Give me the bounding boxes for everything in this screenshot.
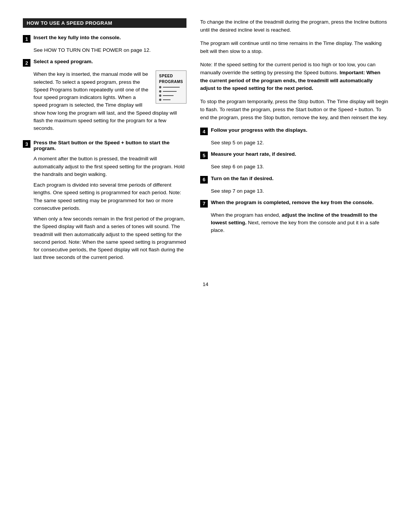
- fig-row-3: [159, 94, 174, 97]
- step-5-header: 5 Measure your heart rate, if desired.: [200, 151, 388, 159]
- step-6-body: See step 7 on page 13.: [211, 187, 388, 195]
- step-4-body: See step 5 on page 12.: [211, 139, 388, 147]
- step-2-title: Select a speed program.: [33, 59, 93, 64]
- step-7-title: When the program is completed, remove th…: [211, 200, 374, 205]
- step-5-title: Measure your heart rate, if desired.: [211, 151, 296, 157]
- step-1-body: See HOW TO TURN ON THE POWER on page 12.: [33, 46, 186, 54]
- step-6-number: 6: [200, 176, 208, 184]
- fig-dot-4: [159, 99, 161, 101]
- step-3-number: 3: [23, 140, 30, 148]
- step-7-body: When the program has ended, adjust the i…: [211, 211, 388, 235]
- step-1-title: Insert the key fully into the console.: [33, 35, 121, 40]
- step-4-title: Follow your progress with the displays.: [211, 127, 307, 133]
- step-7-bold: adjust the incline of the treadmill to t…: [211, 212, 377, 225]
- right-intro-2: The program will continue until no time …: [200, 40, 388, 56]
- fig-label: SPEEDPROGRAMS: [159, 73, 183, 85]
- fig-line-1: [163, 87, 180, 88]
- fig-lines: [159, 86, 183, 101]
- step-5-number: 5: [200, 152, 208, 159]
- left-column: HOW TO USE A SPEED PROGRAM 1 Insert the …: [23, 18, 186, 266]
- step-4-number: 4: [200, 128, 208, 135]
- fig-dot-3: [159, 94, 161, 97]
- step-3-body-2: Each program is divided into several tim…: [33, 181, 186, 212]
- stop-para: To stop the program temporarily, press t…: [200, 98, 388, 122]
- fig-row-1: [159, 86, 180, 88]
- right-intro-1: To change the incline of the treadmill d…: [200, 18, 388, 34]
- step-6-title: Turn on the fan if desired.: [211, 176, 274, 181]
- step-5-content: See step 6 on page 13.: [211, 163, 388, 171]
- step-6-header: 6 Turn on the fan if desired.: [200, 176, 388, 184]
- step-6-content: See step 7 on page 13.: [211, 187, 388, 195]
- fig-line-3: [163, 95, 174, 96]
- step-3-header: 3 Press the Start button or the Speed + …: [23, 140, 186, 151]
- important-text: When the current period of the program e…: [200, 70, 380, 91]
- right-column: To change the incline of the treadmill d…: [200, 18, 388, 266]
- page-number: 14: [23, 281, 388, 287]
- section-header: HOW TO USE A SPEED PROGRAM: [23, 18, 186, 28]
- important-label: Important: When the current period of th…: [200, 70, 380, 91]
- step-3-body-3: When only a few seconds remain in the fi…: [33, 215, 186, 262]
- step-7-number: 7: [200, 200, 208, 208]
- step-1-header: 1 Insert the key fully into the console.: [23, 35, 186, 43]
- fig-line-2: [163, 91, 177, 92]
- page: HOW TO USE A SPEED PROGRAM 1 Insert the …: [0, 0, 411, 532]
- step-1-content: See HOW TO TURN ON THE POWER on page 12.: [33, 46, 186, 54]
- step-2-content: SPEEDPROGRAMS: [33, 70, 186, 135]
- right-intro-3: Note: If the speed setting for the curre…: [200, 61, 388, 93]
- section-title: HOW TO USE A SPEED PROGRAM: [27, 20, 112, 26]
- fig-dot-2: [159, 90, 161, 93]
- step-4-header: 4 Follow your progress with the displays…: [200, 127, 388, 135]
- step-2-header: 2 Select a speed program.: [23, 59, 186, 67]
- step-7-header: 7 When the program is completed, remove …: [200, 200, 388, 208]
- fig-row-4: [159, 99, 170, 101]
- step-7-content: When the program has ended, adjust the i…: [211, 211, 388, 235]
- step-3-body-1: A moment after the button is pressed, th…: [33, 155, 186, 178]
- fig-row-2: [159, 90, 177, 93]
- step-1-number: 1: [23, 35, 30, 43]
- step-3-title: Press the Start button or the Speed + bu…: [33, 140, 186, 151]
- speed-programs-figure: SPEEDPROGRAMS: [156, 70, 186, 104]
- step-4-content: See step 5 on page 12.: [211, 139, 388, 147]
- fig-line-4: [163, 99, 170, 100]
- fig-dot-1: [159, 86, 161, 88]
- step-3-content: A moment after the button is pressed, th…: [33, 155, 186, 261]
- step-5-body: See step 6 on page 13.: [211, 163, 388, 171]
- step-2-number: 2: [23, 59, 30, 67]
